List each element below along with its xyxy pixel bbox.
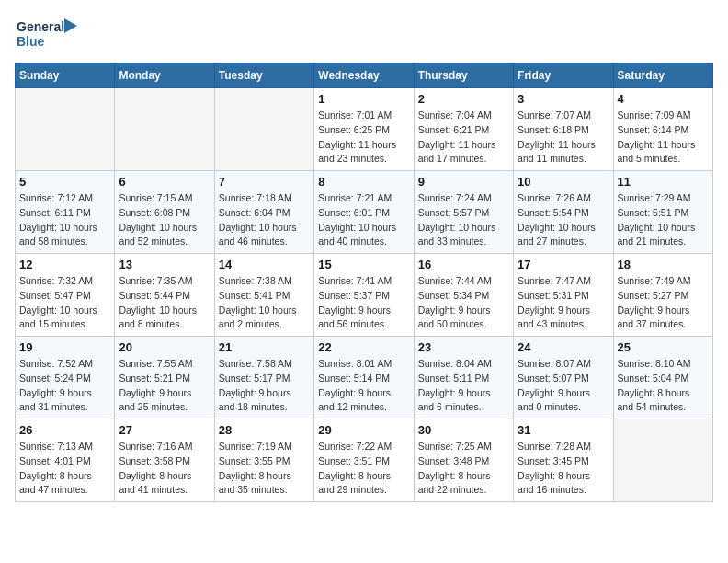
day-info: Sunrise: 7:25 AM Sunset: 3:48 PM Dayligh… <box>418 440 509 498</box>
day-info: Sunrise: 7:18 AM Sunset: 6:04 PM Dayligh… <box>219 191 310 249</box>
calendar-cell: 7Sunrise: 7:18 AM Sunset: 6:04 PM Daylig… <box>214 171 313 254</box>
day-number: 27 <box>119 423 210 437</box>
day-number: 10 <box>518 175 609 189</box>
calendar-cell: 18Sunrise: 7:49 AM Sunset: 5:27 PM Dayli… <box>613 254 712 337</box>
day-number: 15 <box>318 258 409 271</box>
calendar-body: 1Sunrise: 7:01 AM Sunset: 6:25 PM Daylig… <box>16 88 713 502</box>
calendar-cell: 2Sunrise: 7:04 AM Sunset: 6:21 PM Daylig… <box>414 88 513 171</box>
day-number: 1 <box>318 92 409 106</box>
day-number: 11 <box>618 175 709 189</box>
day-number: 24 <box>518 340 609 354</box>
calendar-cell: 30Sunrise: 7:25 AM Sunset: 3:48 PM Dayli… <box>414 419 513 502</box>
calendar-cell: 26Sunrise: 7:13 AM Sunset: 4:01 PM Dayli… <box>16 419 115 502</box>
calendar-cell: 19Sunrise: 7:52 AM Sunset: 5:24 PM Dayli… <box>16 337 115 419</box>
day-number: 22 <box>318 340 409 354</box>
weekday-header-sunday: Sunday <box>16 63 115 88</box>
logo: GeneralBlue <box>15 15 79 53</box>
day-info: Sunrise: 7:24 AM Sunset: 5:57 PM Dayligh… <box>418 191 509 249</box>
day-number: 26 <box>19 423 110 437</box>
day-info: Sunrise: 7:22 AM Sunset: 3:51 PM Dayligh… <box>318 440 409 498</box>
calendar-cell <box>613 419 712 502</box>
svg-marker-0 <box>64 18 77 33</box>
day-info: Sunrise: 7:49 AM Sunset: 5:27 PM Dayligh… <box>618 274 709 332</box>
calendar-cell: 10Sunrise: 7:26 AM Sunset: 5:54 PM Dayli… <box>514 171 613 254</box>
day-number: 5 <box>19 175 110 189</box>
calendar-cell: 12Sunrise: 7:32 AM Sunset: 5:47 PM Dayli… <box>16 254 115 337</box>
day-number: 8 <box>318 175 409 189</box>
calendar-week-row: 26Sunrise: 7:13 AM Sunset: 4:01 PM Dayli… <box>16 419 713 502</box>
day-number: 9 <box>418 175 509 189</box>
day-number: 14 <box>219 258 310 271</box>
day-info: Sunrise: 7:41 AM Sunset: 5:37 PM Dayligh… <box>318 274 409 332</box>
weekday-header-wednesday: Wednesday <box>314 63 414 88</box>
calendar-cell: 9Sunrise: 7:24 AM Sunset: 5:57 PM Daylig… <box>414 171 513 254</box>
calendar-cell: 28Sunrise: 7:19 AM Sunset: 3:55 PM Dayli… <box>214 419 313 502</box>
calendar-cell <box>16 88 115 171</box>
calendar-cell: 23Sunrise: 8:04 AM Sunset: 5:11 PM Dayli… <box>414 337 513 419</box>
calendar-cell: 6Sunrise: 7:15 AM Sunset: 6:08 PM Daylig… <box>115 171 214 254</box>
day-info: Sunrise: 7:35 AM Sunset: 5:44 PM Dayligh… <box>119 274 210 332</box>
calendar-week-row: 5Sunrise: 7:12 AM Sunset: 6:11 PM Daylig… <box>16 171 713 254</box>
day-info: Sunrise: 7:38 AM Sunset: 5:41 PM Dayligh… <box>219 274 310 332</box>
calendar-week-row: 19Sunrise: 7:52 AM Sunset: 5:24 PM Dayli… <box>16 337 713 419</box>
day-info: Sunrise: 7:44 AM Sunset: 5:34 PM Dayligh… <box>418 274 509 332</box>
day-number: 2 <box>418 92 509 106</box>
day-info: Sunrise: 7:28 AM Sunset: 3:45 PM Dayligh… <box>518 440 609 498</box>
calendar-cell: 24Sunrise: 8:07 AM Sunset: 5:07 PM Dayli… <box>514 337 613 419</box>
day-info: Sunrise: 8:04 AM Sunset: 5:11 PM Dayligh… <box>418 357 509 415</box>
weekday-header-thursday: Thursday <box>414 63 513 88</box>
weekday-header-monday: Monday <box>115 63 214 88</box>
calendar-cell: 16Sunrise: 7:44 AM Sunset: 5:34 PM Dayli… <box>414 254 513 337</box>
calendar-cell <box>115 88 214 171</box>
calendar-header: SundayMondayTuesdayWednesdayThursdayFrid… <box>16 63 713 88</box>
day-info: Sunrise: 8:07 AM Sunset: 5:07 PM Dayligh… <box>518 357 609 415</box>
calendar-cell: 27Sunrise: 7:16 AM Sunset: 3:58 PM Dayli… <box>115 419 214 502</box>
day-info: Sunrise: 8:10 AM Sunset: 5:04 PM Dayligh… <box>618 357 709 415</box>
calendar-cell: 22Sunrise: 8:01 AM Sunset: 5:14 PM Dayli… <box>314 337 414 419</box>
calendar-table: SundayMondayTuesdayWednesdayThursdayFrid… <box>15 63 713 502</box>
day-info: Sunrise: 7:47 AM Sunset: 5:31 PM Dayligh… <box>518 274 609 332</box>
calendar-week-row: 12Sunrise: 7:32 AM Sunset: 5:47 PM Dayli… <box>16 254 713 337</box>
calendar-cell: 13Sunrise: 7:35 AM Sunset: 5:44 PM Dayli… <box>115 254 214 337</box>
day-number: 12 <box>19 258 110 271</box>
day-info: Sunrise: 7:15 AM Sunset: 6:08 PM Dayligh… <box>119 191 210 249</box>
day-number: 18 <box>618 258 709 271</box>
day-number: 25 <box>618 340 709 354</box>
calendar-cell: 4Sunrise: 7:09 AM Sunset: 6:14 PM Daylig… <box>613 88 712 171</box>
calendar-week-row: 1Sunrise: 7:01 AM Sunset: 6:25 PM Daylig… <box>16 88 713 171</box>
day-number: 30 <box>418 423 509 437</box>
day-number: 31 <box>518 423 609 437</box>
day-number: 20 <box>119 340 210 354</box>
logo-svg: GeneralBlue <box>15 15 79 53</box>
day-info: Sunrise: 7:01 AM Sunset: 6:25 PM Dayligh… <box>318 109 409 167</box>
day-info: Sunrise: 7:04 AM Sunset: 6:21 PM Dayligh… <box>418 109 509 167</box>
day-info: Sunrise: 8:01 AM Sunset: 5:14 PM Dayligh… <box>318 357 409 415</box>
day-number: 17 <box>518 258 609 271</box>
calendar-cell: 29Sunrise: 7:22 AM Sunset: 3:51 PM Dayli… <box>314 419 414 502</box>
day-info: Sunrise: 7:16 AM Sunset: 3:58 PM Dayligh… <box>119 440 210 498</box>
calendar-cell: 3Sunrise: 7:07 AM Sunset: 6:18 PM Daylig… <box>514 88 613 171</box>
page-header: GeneralBlue <box>15 15 713 53</box>
day-info: Sunrise: 7:29 AM Sunset: 5:51 PM Dayligh… <box>618 191 709 249</box>
calendar-cell: 14Sunrise: 7:38 AM Sunset: 5:41 PM Dayli… <box>214 254 313 337</box>
calendar-cell: 21Sunrise: 7:58 AM Sunset: 5:17 PM Dayli… <box>214 337 313 419</box>
calendar-cell: 31Sunrise: 7:28 AM Sunset: 3:45 PM Dayli… <box>514 419 613 502</box>
calendar-cell: 17Sunrise: 7:47 AM Sunset: 5:31 PM Dayli… <box>514 254 613 337</box>
day-info: Sunrise: 7:55 AM Sunset: 5:21 PM Dayligh… <box>119 357 210 415</box>
weekday-header-tuesday: Tuesday <box>214 63 313 88</box>
day-number: 4 <box>618 92 709 106</box>
calendar-cell: 5Sunrise: 7:12 AM Sunset: 6:11 PM Daylig… <box>16 171 115 254</box>
day-info: Sunrise: 7:32 AM Sunset: 5:47 PM Dayligh… <box>19 274 110 332</box>
svg-text:Blue: Blue <box>17 34 45 49</box>
day-info: Sunrise: 7:07 AM Sunset: 6:18 PM Dayligh… <box>518 109 609 167</box>
day-info: Sunrise: 7:52 AM Sunset: 5:24 PM Dayligh… <box>19 357 110 415</box>
weekday-header-row: SundayMondayTuesdayWednesdayThursdayFrid… <box>16 63 713 88</box>
day-number: 19 <box>19 340 110 354</box>
day-number: 13 <box>119 258 210 271</box>
day-number: 16 <box>418 258 509 271</box>
day-number: 21 <box>219 340 310 354</box>
calendar-cell <box>214 88 313 171</box>
day-number: 6 <box>119 175 210 189</box>
day-info: Sunrise: 7:13 AM Sunset: 4:01 PM Dayligh… <box>19 440 110 498</box>
calendar-cell: 8Sunrise: 7:21 AM Sunset: 6:01 PM Daylig… <box>314 171 414 254</box>
